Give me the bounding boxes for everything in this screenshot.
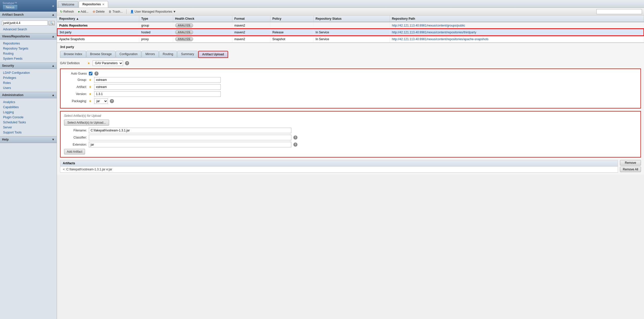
artifact-input[interactable] bbox=[94, 84, 221, 90]
col-repository[interactable]: Repository ▲ bbox=[57, 16, 139, 22]
artifact-required-star: ★ bbox=[89, 85, 92, 89]
sidebar-item-ldap[interactable]: LDAP Configuration bbox=[0, 70, 57, 75]
classifier-help-icon[interactable]: ? bbox=[293, 135, 297, 140]
sub-tab-browse-index[interactable]: Browse Index bbox=[60, 51, 86, 58]
toolbar-search-input[interactable] bbox=[596, 9, 642, 14]
group-input[interactable] bbox=[94, 77, 221, 83]
gav-help-icon[interactable]: ? bbox=[125, 61, 129, 65]
administration-header[interactable]: Administration ▲ bbox=[0, 92, 57, 98]
artifact-search-header[interactable]: Artifact Search ▲ bbox=[0, 12, 57, 18]
sidebar-collapse-button[interactable]: « bbox=[52, 4, 54, 8]
extension-help-icon[interactable]: ? bbox=[293, 143, 297, 147]
col-format[interactable]: Format bbox=[232, 16, 270, 22]
sidebar-item-privileges[interactable]: Privileges bbox=[0, 75, 57, 80]
filename-input[interactable] bbox=[89, 128, 291, 133]
classifier-input[interactable] bbox=[89, 135, 291, 140]
security-header[interactable]: Security ▲ bbox=[0, 63, 57, 69]
table-row[interactable]: 3rd party hosted ANALYZE maven2 Release … bbox=[57, 29, 644, 36]
trash-button[interactable]: 🗑 Trash... bbox=[108, 9, 124, 14]
col-policy[interactable]: Policy bbox=[270, 16, 313, 22]
artifact-search-input[interactable] bbox=[2, 20, 48, 26]
repo-path-link[interactable]: http://42.121.113.40:8981/nexus/content/… bbox=[392, 31, 476, 34]
repo-health-cell[interactable]: ANALYZE bbox=[173, 36, 232, 42]
tab-repositories-close-icon[interactable]: ✕ bbox=[102, 3, 104, 6]
upload-section-title: Select Artifact(s) for Upload bbox=[64, 114, 637, 118]
sidebar-item-plugin-console[interactable]: Plugin Console bbox=[0, 115, 57, 120]
repo-type-cell: proxy bbox=[139, 36, 173, 42]
col-path[interactable]: Repository Path bbox=[390, 16, 644, 22]
repo-path-cell[interactable]: http://42.121.113.40:8981/nexus/content/… bbox=[390, 29, 644, 36]
auto-guess-help-icon[interactable]: ? bbox=[94, 72, 98, 76]
col-type[interactable]: Type bbox=[139, 16, 173, 22]
gav-definition-select[interactable]: GAV Parameters GAV From POM Manual Entry bbox=[93, 60, 123, 66]
table-row[interactable]: Apache Snapshots proxy ANALYZE maven2 Sn… bbox=[57, 36, 644, 42]
sub-tab-summary[interactable]: Summary bbox=[177, 51, 198, 58]
packaging-select[interactable]: jar pom war ear zip bbox=[94, 98, 108, 104]
user-managed-button[interactable]: 👤 User Managed Repositories ▼ bbox=[129, 9, 177, 14]
views-repositories-header[interactable]: Views/Repositories ▲ bbox=[0, 33, 57, 40]
repo-path-cell[interactable]: http://42.121.113.40:8981/nexus/content/… bbox=[390, 22, 644, 29]
sidebar-item-repository-targets[interactable]: Repository Targets bbox=[0, 46, 57, 51]
table-row[interactable]: Public Repositories group ANALYZE maven2… bbox=[57, 22, 644, 29]
sidebar-item-server[interactable]: Server bbox=[0, 125, 57, 130]
tab-welcome[interactable]: Welcome bbox=[58, 1, 78, 8]
repo-health-cell[interactable]: ANALYZE bbox=[173, 22, 232, 29]
artifacts-buttons: Remove Remove All bbox=[620, 160, 641, 172]
artifacts-bottom-row: Artifacts =: C:\fakepath\xstream-1.3.1.j… bbox=[60, 160, 641, 173]
security-label: Security bbox=[2, 64, 14, 67]
packaging-help-icon[interactable]: ? bbox=[110, 99, 114, 103]
repo-path-link[interactable]: http://42.121.113.40:8981/nexus/content/… bbox=[392, 37, 489, 41]
repo-health-cell[interactable]: ANALYZE bbox=[173, 29, 232, 36]
artifacts-row: =: C:\fakepath\xstream-1.3.1.jar e:jar bbox=[60, 167, 618, 172]
artifact-row: Artifact: ★ bbox=[64, 84, 637, 90]
repo-name-cell[interactable]: 3rd party bbox=[57, 29, 139, 36]
classifier-label: Classifier: bbox=[64, 136, 87, 139]
analyze-button[interactable]: ANALYZE bbox=[175, 30, 193, 34]
remove-button[interactable]: Remove bbox=[620, 160, 641, 166]
sub-tab-browse-storage[interactable]: Browse Storage bbox=[86, 51, 115, 58]
delete-button[interactable]: ⊖ Delete bbox=[92, 9, 106, 14]
nexus-button[interactable]: Nexus bbox=[3, 5, 18, 10]
add-icon: ● bbox=[78, 10, 80, 13]
advanced-search-link[interactable]: Advanced Search bbox=[0, 27, 57, 32]
tab-repositories[interactable]: Repositories ✕ bbox=[79, 1, 108, 8]
col-status[interactable]: Repository Status bbox=[313, 16, 390, 22]
sidebar-item-repositories[interactable]: Repositories bbox=[0, 41, 57, 46]
sub-tab-configuration[interactable]: Configuration bbox=[116, 51, 141, 58]
select-artifacts-button[interactable]: Select Artifact(s) to Upload... bbox=[64, 120, 109, 126]
user-managed-icon: 👤 bbox=[130, 10, 134, 13]
repository-table-container: Repository ▲ Type Health Check Format Po… bbox=[57, 16, 644, 43]
sub-tab-artifact-upload[interactable]: Artifact Upload bbox=[198, 51, 228, 58]
sidebar-item-logging[interactable]: Logging bbox=[0, 110, 57, 115]
version-input[interactable] bbox=[94, 91, 221, 97]
help-collapse-icon: ▼ bbox=[52, 138, 55, 141]
user-managed-label: User Managed Repositories bbox=[135, 10, 172, 13]
analyze-button[interactable]: ANALYZE bbox=[175, 37, 193, 41]
repo-name-cell[interactable]: Public Repositories bbox=[57, 22, 139, 29]
artifact-search-button[interactable]: 🔍 bbox=[49, 21, 55, 25]
refresh-button[interactable]: ↻ Refresh bbox=[59, 9, 75, 14]
sidebar-item-analytics[interactable]: Analytics bbox=[0, 100, 57, 105]
sidebar-item-routing[interactable]: Routing bbox=[0, 51, 57, 56]
repo-name-cell[interactable]: Apache Snapshots bbox=[57, 36, 139, 42]
sidebar-item-system-feeds[interactable]: System Feeds bbox=[0, 56, 57, 61]
help-header[interactable]: Help ▼ bbox=[0, 136, 57, 143]
sub-tab-routing[interactable]: Routing bbox=[159, 51, 177, 58]
sidebar-item-users[interactable]: Users bbox=[0, 85, 57, 90]
sidebar-item-roles[interactable]: Roles bbox=[0, 80, 57, 85]
sidebar-item-scheduled-tasks[interactable]: Scheduled Tasks bbox=[0, 120, 57, 125]
remove-all-button[interactable]: Remove All bbox=[620, 167, 641, 172]
add-artifact-button[interactable]: Add Artifact bbox=[64, 149, 85, 154]
security-collapse-icon: ▲ bbox=[52, 64, 55, 67]
sub-tab-mirrors[interactable]: Mirrors bbox=[142, 51, 158, 58]
sidebar-item-support-tools[interactable]: Support Tools bbox=[0, 130, 57, 135]
col-health-check[interactable]: Health Check bbox=[173, 16, 232, 22]
extension-input[interactable] bbox=[89, 142, 291, 147]
auto-guess-checkbox[interactable] bbox=[89, 72, 92, 75]
add-button[interactable]: ● Add... bbox=[77, 9, 90, 14]
repo-type-cell: hosted bbox=[139, 29, 173, 36]
repo-path-link[interactable]: http://42.121.113.40:8981/nexus/content/… bbox=[392, 24, 465, 27]
sidebar-item-capabilities[interactable]: Capabilities bbox=[0, 105, 57, 110]
analyze-button[interactable]: ANALYZE bbox=[175, 23, 193, 28]
repo-path-cell[interactable]: http://42.121.113.40:8981/nexus/content/… bbox=[390, 36, 644, 42]
